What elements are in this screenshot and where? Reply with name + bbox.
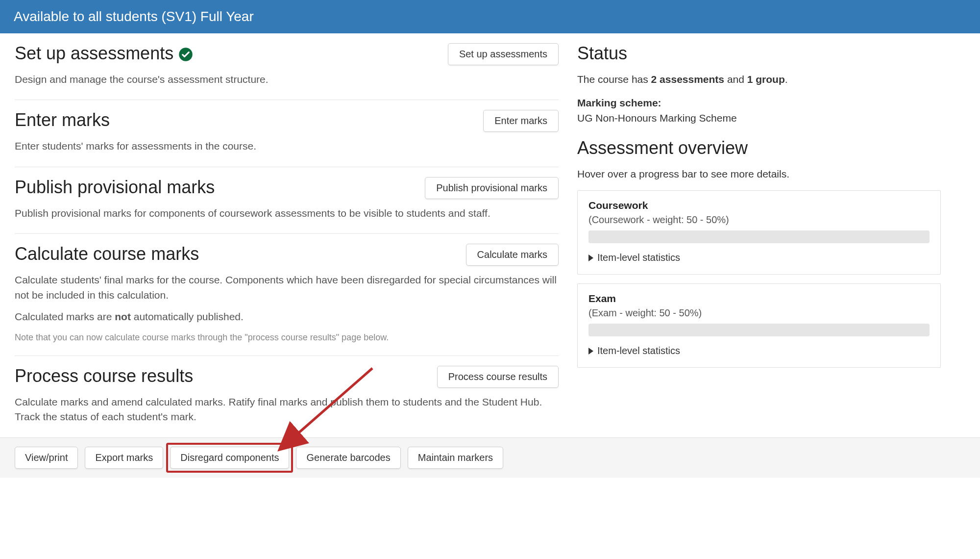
publish-description: Publish provisional marks for components…	[15, 206, 559, 221]
calculate-description-1: Calculate students' final marks for the …	[15, 273, 559, 303]
stats-label: Item-level statistics	[597, 252, 680, 263]
calc-d2b: not	[115, 311, 131, 322]
bottom-action-bar: View/print Export marks Disregard compon…	[0, 437, 980, 478]
overview-item-coursework: Coursework (Coursework - weight: 50 - 50…	[577, 190, 941, 275]
section-process-results: Process course results Process course re…	[15, 356, 559, 437]
overview-item-exam: Exam (Exam - weight: 50 - 50%) Item-leve…	[577, 283, 941, 368]
section-setup-assessments: Set up assessments Set up assessments De…	[15, 43, 559, 100]
progress-bar[interactable]	[588, 324, 930, 336]
enter-description: Enter students' marks for assessments in…	[15, 139, 559, 153]
banner-title: Available to all students (SV1) Full Yea…	[14, 9, 254, 24]
overview-title: Coursework	[588, 200, 930, 211]
calculate-description-2: Calculated marks are not automatically p…	[15, 309, 559, 324]
calculate-note: Note that you can now calculate course m…	[15, 332, 559, 343]
overview-hint: Hover over a progress bar to see more de…	[577, 166, 941, 182]
calc-d2c: automatically published.	[131, 311, 244, 322]
status-heading: Status	[577, 43, 941, 64]
section-publish-provisional: Publish provisional marks Publish provis…	[15, 167, 559, 234]
disregard-components-button[interactable]: Disregard components	[170, 447, 289, 469]
page-banner: Available to all students (SV1) Full Yea…	[0, 0, 980, 33]
check-circle-icon	[178, 43, 193, 64]
calculate-heading: Calculate course marks	[15, 244, 199, 264]
maintain-markers-button[interactable]: Maintain markers	[408, 447, 503, 469]
section-enter-marks: Enter marks Enter marks Enter students' …	[15, 100, 559, 167]
process-heading: Process course results	[15, 366, 193, 386]
status-b: 2 assessments	[651, 74, 724, 85]
publish-heading: Publish provisional marks	[15, 177, 215, 198]
status-e: .	[785, 74, 788, 85]
set-up-assessments-button[interactable]: Set up assessments	[448, 43, 559, 65]
overview-subtitle: (Exam - weight: 50 - 50%)	[588, 307, 930, 319]
progress-bar[interactable]	[588, 230, 930, 243]
item-level-statistics-toggle[interactable]: Item-level statistics	[588, 345, 930, 356]
status-c: and	[724, 74, 747, 85]
enter-marks-button[interactable]: Enter marks	[483, 110, 559, 132]
stats-label: Item-level statistics	[597, 345, 680, 356]
process-course-results-button[interactable]: Process course results	[437, 366, 559, 388]
export-marks-button[interactable]: Export marks	[85, 447, 163, 469]
marking-scheme-value: UG Non-Honours Marking Scheme	[577, 110, 941, 126]
overview-title: Exam	[588, 293, 930, 305]
enter-heading: Enter marks	[15, 110, 110, 130]
status-d: 1 group	[747, 74, 785, 85]
calc-d2a: Calculated marks are	[15, 311, 115, 322]
overview-subtitle: (Coursework - weight: 50 - 50%)	[588, 214, 930, 226]
publish-provisional-button[interactable]: Publish provisional marks	[425, 177, 559, 199]
calculate-marks-button[interactable]: Calculate marks	[466, 244, 559, 266]
generate-barcodes-button[interactable]: Generate barcodes	[296, 447, 400, 469]
overview-heading: Assessment overview	[577, 138, 941, 158]
setup-description: Design and manage the course's assessmen…	[15, 72, 559, 87]
sidebar-column: Status The course has 2 assessments and …	[573, 33, 956, 437]
marking-scheme-label: Marking scheme:	[577, 95, 941, 111]
view-print-button[interactable]: View/print	[15, 447, 78, 469]
status-a: The course has	[577, 74, 651, 85]
item-level-statistics-toggle[interactable]: Item-level statistics	[588, 252, 930, 263]
process-description: Calculate marks and amend calculated mar…	[15, 395, 559, 425]
section-calculate-marks: Calculate course marks Calculate marks C…	[15, 234, 559, 356]
setup-heading: Set up assessments	[15, 43, 193, 64]
status-line: The course has 2 assessments and 1 group…	[577, 72, 941, 87]
setup-heading-text: Set up assessments	[15, 43, 173, 64]
main-column: Set up assessments Set up assessments De…	[0, 33, 573, 437]
